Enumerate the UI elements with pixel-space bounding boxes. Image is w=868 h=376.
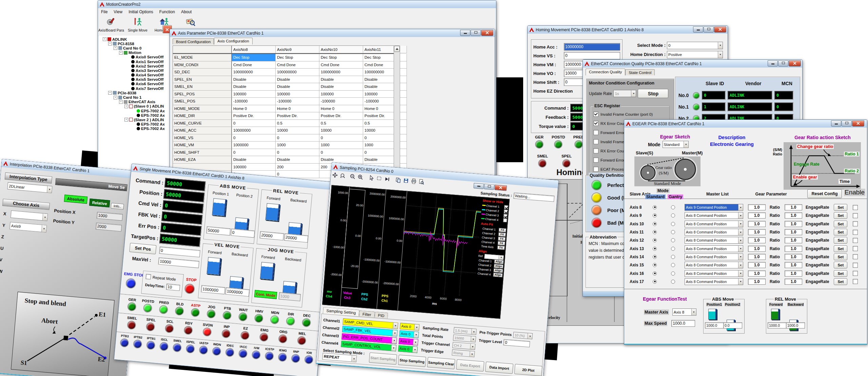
standard-radio[interactable] <box>653 247 657 251</box>
tab-connection-quality[interactable]: Connection Quality <box>586 69 625 75</box>
set-button[interactable]: Set <box>834 237 847 244</box>
sampling-action-button[interactable]: Stop Sampling <box>398 355 426 367</box>
plot-area[interactable]: 2000 4000 6000 8000 ms <box>399 193 482 298</box>
enable-checkbox[interactable] <box>853 230 858 235</box>
sampling-action-button[interactable]: Data Export <box>456 359 484 372</box>
abs-position1-button[interactable] <box>212 198 226 216</box>
checkbox[interactable] <box>593 139 598 144</box>
parameter-name-cell[interactable]: SPEL_EN <box>173 76 232 83</box>
tree-expand-icon[interactable]: - <box>124 105 128 108</box>
tree-expand-icon[interactable]: - <box>108 91 112 95</box>
esc-check-row[interactable]: Invalid Frame Counter (port 0) <box>593 110 669 119</box>
value-cell-axisno11[interactable]: Disable <box>363 83 407 91</box>
rel-forward-input[interactable]: 20000 <box>260 231 284 240</box>
rel-forward-input[interactable]: 1000.0 <box>768 322 787 328</box>
sampling-action-button[interactable]: Data Import <box>485 362 513 374</box>
menu-item[interactable]: Function <box>156 10 178 14</box>
value-cell-axisno9[interactable]: 10000 <box>276 127 319 134</box>
vel-backward-input[interactable]: 1000000 <box>225 287 250 297</box>
value-cell-axisno11[interactable]: Dec Stop <box>363 54 407 61</box>
toolbar-button-single-move[interactable]: Single Move <box>124 15 151 36</box>
master-list-select[interactable]: Axis 8 Command Position <box>685 278 743 285</box>
engage-rate-input[interactable]: 1.0 <box>785 229 802 235</box>
channel-axis-select[interactable]: Axis 0 <box>399 338 418 345</box>
set-button[interactable]: Set <box>834 245 847 252</box>
value-cell-axisno10[interactable]: -100000 <box>319 98 363 105</box>
sampling-action-button[interactable]: 2D Plot <box>514 364 542 376</box>
value-cell-axisno8[interactable]: Dec Stop <box>232 54 276 61</box>
master-axis-select[interactable]: Axis 8 <box>672 308 696 316</box>
master-list-select[interactable]: Axis 8 Command Position <box>685 270 743 277</box>
egear-titlebar[interactable]: EGEAR PCIe-8338 EtherCAT CardNo 1 <box>624 120 867 128</box>
print-preview-icon[interactable] <box>419 179 425 185</box>
enable-checkbox[interactable] <box>853 221 858 226</box>
tree-expand-icon[interactable]: - <box>119 100 123 104</box>
ratio-input[interactable]: 1.0 <box>748 246 766 252</box>
abs-position2-input[interactable]: 0.0 <box>723 322 742 328</box>
value-cell-axisno8[interactable]: Disable <box>232 156 276 164</box>
update-rate-select[interactable]: 1s <box>613 90 636 97</box>
value-cell-axisno10[interactable]: 1000 <box>319 142 363 149</box>
value-cell-axisno9[interactable]: 0 <box>276 134 319 142</box>
value-cell-axisno8[interactable]: 0 <box>232 120 276 127</box>
value-cell-axisno8[interactable]: Cmd Done <box>232 61 276 69</box>
value-cell-axisno10[interactable]: 10000 <box>319 127 363 134</box>
enable-checkbox[interactable] <box>853 205 858 210</box>
parameter-name-cell[interactable]: HOME_VM <box>173 142 232 149</box>
enable-checkbox[interactable] <box>853 263 858 268</box>
value-cell-axisno9[interactable]: 100000000 <box>276 69 319 76</box>
standard-radio[interactable] <box>653 205 657 209</box>
menu-item[interactable]: File <box>98 10 111 14</box>
close-button[interactable] <box>789 60 801 67</box>
value-cell-axisno8[interactable]: 100000 <box>232 91 276 98</box>
ratio-input[interactable]: 1.0 <box>748 212 766 219</box>
minimize-button[interactable] <box>693 26 703 33</box>
mode-select[interactable]: 0 <box>667 42 723 49</box>
master-list-select[interactable]: Axis 8 Command Position <box>685 212 743 219</box>
parameter-name-cell[interactable]: SMEL_POS <box>173 98 232 105</box>
ratio-input[interactable]: 1.0 <box>748 204 766 210</box>
axis-parameter-titlebar[interactable]: Axis Parameter PCIe-8338 EtherCAT CardNo… <box>170 29 495 37</box>
maxvel-input[interactable]: 10000 <box>158 257 199 268</box>
maximize-button[interactable] <box>471 30 481 36</box>
channel-axis-select[interactable]: Axis 0 <box>398 345 418 353</box>
value-cell-axisno10[interactable]: 0.5 <box>319 120 363 127</box>
value-cell-axisno10[interactable]: Disable <box>319 156 363 164</box>
standard-radio[interactable] <box>653 222 657 226</box>
master-list-select[interactable]: Axis 8 Command Position <box>685 245 743 252</box>
position-x-input[interactable]: 1000 <box>97 212 123 221</box>
value-cell-axisno10[interactable]: Disable <box>319 83 363 91</box>
info-button[interactable]: Info.. <box>111 203 124 210</box>
engage-rate-input[interactable]: 1.0 <box>785 246 802 252</box>
maximize-button[interactable] <box>704 26 714 33</box>
field-input[interactable]: 0 <box>564 52 620 59</box>
value-cell-axisno8[interactable]: Positive Dir. <box>232 112 276 120</box>
tree-expand-icon[interactable] <box>126 87 130 90</box>
tree-expand-icon[interactable] <box>126 82 130 86</box>
master-list-select[interactable]: Axis 9 Command Position <box>685 204 743 211</box>
pan-tool-icon[interactable] <box>332 172 338 178</box>
abs-position1-button[interactable] <box>708 309 717 320</box>
emg-stop-button[interactable] <box>125 278 137 289</box>
standard-radio[interactable] <box>653 271 657 276</box>
close-button[interactable] <box>714 26 726 33</box>
minimize-button[interactable] <box>768 60 778 67</box>
param-select[interactable]: CH 2 <box>452 342 475 350</box>
channel-visible-checkbox[interactable] <box>504 209 508 213</box>
channel-visible-checkbox[interactable] <box>504 214 508 218</box>
value-cell-axisno10[interactable]: 0 <box>319 134 363 142</box>
axis-select[interactable]: Axis9 <box>9 222 47 232</box>
value-cell-axisno11[interactable]: 1000 <box>363 142 407 149</box>
checkbox[interactable] <box>593 112 598 117</box>
stop-button[interactable]: Stop <box>638 89 668 98</box>
toolbar-button-axis-board-para[interactable]: Axis/Board Para <box>98 15 124 36</box>
tree-expand-icon[interactable] <box>132 113 136 117</box>
mode-select[interactable]: Positive <box>667 51 723 58</box>
gantry-radio[interactable] <box>671 230 675 234</box>
fit-button[interactable]: Fit <box>498 232 506 237</box>
value-cell-axisno9[interactable]: 0.5 <box>276 120 319 127</box>
gantry-radio[interactable] <box>671 263 675 267</box>
tree-expand-icon[interactable] <box>126 73 130 77</box>
channel-axis-select[interactable]: Axis 0 <box>400 323 419 331</box>
param-select[interactable]: 1.5 (ms) <box>454 327 477 335</box>
